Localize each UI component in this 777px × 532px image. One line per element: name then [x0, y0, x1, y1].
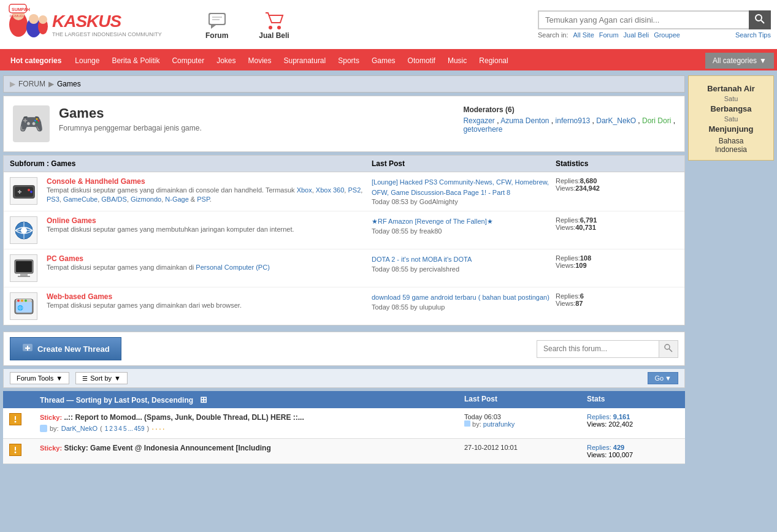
sticky-icon [9, 444, 21, 456]
search-input[interactable] [538, 10, 749, 29]
thread-title-link[interactable]: Sticky: Game Event @ Indonesia Announcem… [64, 444, 270, 452]
subforum-last-pc: DOTA 2 - it's not MOBA it's DOTA Today 0… [372, 254, 556, 273]
cat-computer[interactable]: Computer [166, 53, 210, 69]
cat-berita[interactable]: Berita & Politik [105, 53, 166, 69]
search-groupee[interactable]: Groupee [654, 31, 680, 39]
svg-rect-30 [20, 274, 28, 276]
forum-tools-bar: Forum Tools ▼ ☰ Sort by ▼ Go ▼ [3, 369, 685, 388]
cat-jokes[interactable]: Jokes [210, 53, 242, 69]
thread-toolbar: Create New Thread [3, 332, 685, 366]
thread-header-last: Last Post [464, 395, 587, 405]
subforum-last-console: [Lounge] Hacked PS3 Community-News, CFW,… [372, 177, 556, 206]
search-forum-button[interactable] [659, 340, 678, 358]
thread-title-area: Sticky: ..:: Report to Momod... (Spams, … [40, 413, 464, 433]
mod-doridori[interactable]: Dori Dori [642, 116, 671, 125]
subforum-desc-pc: Tempat diskusi seputar games yang dimain… [47, 263, 372, 272]
thread-header-title: Thread — Sorting by Last Post, Descendin… [40, 395, 464, 405]
subforum-name-online[interactable]: Online Games [47, 216, 96, 225]
subforum-last-link-web[interactable]: download 59 game android terbaru ( bahan… [372, 294, 549, 301]
search-all-site[interactable]: All Site [573, 31, 594, 39]
all-categories[interactable]: All categories ▼ [705, 53, 774, 69]
svg-point-3 [29, 14, 39, 24]
svg-point-36 [21, 299, 23, 302]
search-forum[interactable]: Forum [599, 31, 619, 39]
page-link[interactable]: 4 [118, 425, 122, 432]
thread-title-link[interactable]: ..:: Report to Momod... (Spams, Junk, Do… [64, 413, 304, 422]
thread-author-link[interactable]: DarK_NekO [61, 425, 98, 432]
thread-dots: ···· [151, 424, 166, 433]
subforum-desc-console: Tempat diskusi seputar games yang dimain… [47, 186, 372, 205]
thread-replies-link[interactable]: Replies: 429 [587, 444, 624, 451]
subforum-last-link-online[interactable]: ★RF Amazon [Revenge of The Fallen]★ [372, 218, 493, 225]
cat-lounge[interactable]: Lounge [69, 53, 105, 69]
cat-regional[interactable]: Regional [473, 53, 514, 69]
subforum-info: Console & Handheld Games Tempat diskusi … [47, 177, 372, 205]
subforum-icon-online [10, 216, 37, 244]
sidebar-bahasa: Bahasa Indonesia [695, 137, 767, 154]
sort-by-button[interactable]: ☰ Sort by ▼ [75, 372, 128, 384]
cat-sports[interactable]: Sports [332, 53, 366, 69]
search-tips[interactable]: Search Tips [735, 31, 771, 39]
cat-music[interactable]: Music [442, 53, 473, 69]
cat-supranatural[interactable]: Supranatural [278, 53, 332, 69]
page-link[interactable]: 3 [114, 425, 118, 432]
forum-moderators: Moderators (6) Rexgazer , Azuma Denton ,… [463, 105, 675, 142]
thread-last-date: 27-10-2012 10:01 [464, 444, 587, 451]
search-jualbeli[interactable]: Jual Beli [624, 31, 649, 39]
svg-line-17 [761, 20, 764, 23]
subforum-last-link-pc[interactable]: DOTA 2 - it's not MOBA it's DOTA [372, 256, 472, 263]
search-forum-box [537, 340, 678, 358]
subforum-name-web[interactable]: Web-based Games [47, 292, 112, 301]
svg-point-46 [15, 421, 17, 423]
svg-line-43 [669, 349, 672, 352]
nav-forum[interactable]: Forum [196, 6, 237, 43]
forum-info: Games Forumnya penggemar berbagai jenis … [59, 105, 454, 142]
cat-movies[interactable]: Movies [242, 53, 277, 69]
forum-mods-title: Moderators (6) [463, 105, 675, 114]
subforum-col2: Last Post [372, 159, 556, 168]
subforum-col3: Statistics [556, 159, 678, 168]
sidebar-card: Bertanah Air Satu Berbangsa Satu Menjunj… [688, 75, 774, 161]
subforum-name-pc[interactable]: PC Games [47, 254, 83, 263]
subforum-row: Console & Handheld Games Tempat diskusi … [4, 172, 684, 211]
page-link[interactable]: 1 [105, 425, 109, 432]
breadcrumb-sep: ▶ [48, 80, 54, 88]
cat-otomotif[interactable]: Otomotif [402, 53, 442, 69]
create-new-thread-button[interactable]: Create New Thread [10, 337, 121, 360]
page-links: 1 2 3 4 5 ... 459 [105, 425, 145, 432]
svg-point-42 [665, 344, 670, 349]
thread-replies-link[interactable]: Replies: 9,161 [587, 413, 630, 420]
sidebar-line1: Bertanah Air [695, 84, 767, 93]
svg-point-37 [25, 299, 27, 302]
mod-inferno[interactable]: inferno913 [556, 116, 591, 125]
subforum-row: Online Games Tempat diskusi seputar game… [4, 211, 684, 249]
mod-azuma[interactable]: Azuma Denton [500, 116, 549, 125]
cat-games[interactable]: Games [366, 53, 402, 69]
subforum-last-link[interactable]: [Lounge] Hacked PS3 Community-News, CFW,… [372, 178, 549, 196]
thread-icon [9, 444, 40, 456]
subforum-desc-online: Tempat diskusi seputar games yang membut… [47, 225, 372, 234]
logo-tagline: THE LARGEST INDONESIAN COMMUNITY [52, 31, 162, 37]
page-link[interactable]: 459 [134, 425, 145, 432]
logo-kaskus[interactable]: KASKUS [52, 12, 162, 31]
forum-tools-button[interactable]: Forum Tools ▼ [10, 372, 69, 384]
forum-icon: 🎮 [13, 105, 50, 142]
mod-rexgazer[interactable]: Rexgazer [463, 116, 494, 125]
nav-jualbeli[interactable]: Jual Beli [250, 6, 298, 43]
category-nav: Hot categories Lounge Berita & Politik C… [0, 51, 777, 70]
svg-rect-11 [210, 14, 224, 24]
subforum-name-console[interactable]: Console & Handheld Games [47, 177, 145, 186]
page-link[interactable]: 2 [109, 425, 113, 432]
sticky-label: Sticky: [40, 414, 62, 421]
page-link[interactable]: 5 [123, 425, 127, 432]
mod-getoverhere[interactable]: getoverhere [463, 125, 502, 134]
thread-list-header: Thread — Sorting by Last Post, Descendin… [3, 391, 685, 408]
mod-darkneko[interactable]: DarK_NekO [596, 116, 636, 125]
breadcrumb-forum[interactable]: FORUM [18, 80, 45, 88]
thread-last-author[interactable]: putrafunky [483, 420, 515, 428]
forum-header: 🎮 Games Forumnya penggemar berbagai jeni… [3, 96, 685, 152]
svg-point-16 [756, 15, 762, 21]
search-forum-input[interactable] [537, 340, 659, 358]
search-button[interactable] [749, 10, 771, 29]
go-button[interactable]: Go ▼ [648, 372, 678, 384]
